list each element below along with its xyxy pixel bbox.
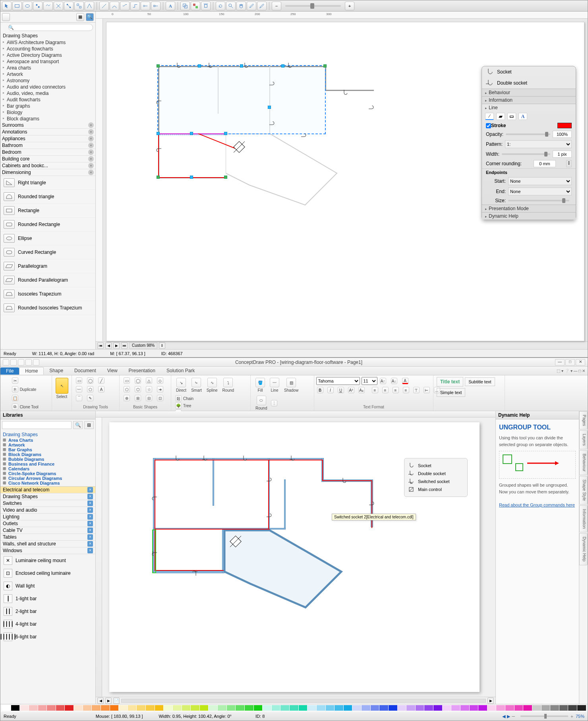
copy-button[interactable]: 📋 [11, 394, 21, 402]
color-swatch[interactable] [128, 705, 137, 711]
draw-ellipse[interactable]: ◯ [86, 377, 96, 384]
zoom-slider-bot[interactable] [520, 715, 568, 717]
bs-12[interactable]: ⊡ [156, 394, 166, 402]
color-swatch[interactable] [74, 705, 83, 711]
color-swatch[interactable] [92, 705, 101, 711]
lib-row[interactable]: Electrical and telecom× [0, 487, 95, 493]
qat-1[interactable] [3, 359, 9, 365]
color-swatch[interactable] [398, 705, 406, 711]
conn-tool-3[interactable] [141, 2, 150, 10]
prop-dynhelp[interactable]: Dynamic Help [482, 212, 576, 220]
tree-item[interactable]: Business and Finance [3, 462, 93, 466]
color-swatch[interactable] [164, 705, 172, 711]
color-swatch[interactable] [2, 705, 11, 711]
tool-7[interactable] [64, 2, 74, 10]
conn-chain[interactable]: ⛓Chain [174, 395, 194, 402]
tree-item[interactable]: AWS Architecture Diagrams [3, 39, 93, 46]
shape-row[interactable]: Rounded Rectangle [0, 218, 95, 232]
tree-item[interactable]: Area charts [3, 65, 93, 71]
tool-8[interactable] [74, 2, 84, 10]
color-swatch[interactable] [290, 705, 298, 711]
color-swatch[interactable] [280, 705, 289, 711]
tab-fill[interactable]: ▰ [496, 113, 505, 120]
tree-item[interactable]: Bubble Diagrams [3, 457, 93, 462]
color-swatch[interactable] [83, 705, 92, 711]
lib-expand-button[interactable]: ⊞ [84, 421, 94, 429]
curve-tool[interactable] [110, 2, 119, 10]
pencil-tool[interactable] [257, 2, 267, 10]
color-swatch[interactable] [532, 705, 541, 711]
lib-row[interactable]: Walls, shell and structure× [0, 541, 95, 547]
color-swatch[interactable] [218, 705, 226, 711]
align-center[interactable]: ≡ [381, 387, 391, 394]
tree-item[interactable]: Accounting flowcharts [3, 46, 93, 52]
lib-row[interactable]: Dimensioning× [0, 169, 95, 176]
tree-item[interactable]: Audio, video, media [3, 90, 93, 97]
draw-line[interactable]: ╱ [97, 377, 107, 384]
zoom-out[interactable]: − [272, 2, 281, 10]
color-swatch[interactable] [443, 705, 451, 711]
tree-item[interactable]: Calendars [3, 466, 93, 471]
tree-item[interactable]: Bar Graphs [3, 447, 93, 452]
tool-9[interactable] [85, 2, 94, 10]
color-swatch[interactable] [299, 705, 308, 711]
size-select[interactable]: 11 [362, 377, 377, 385]
bs-11[interactable]: ⊟ [145, 394, 155, 402]
color-swatch[interactable] [110, 705, 119, 711]
tool-6[interactable] [54, 2, 63, 10]
refresh-tool[interactable] [216, 2, 225, 10]
bs-3[interactable]: △ [145, 377, 155, 384]
select-button[interactable]: ↖Select [54, 377, 70, 400]
lib-row[interactable]: Video and audio× [0, 507, 95, 514]
prop-behaviour[interactable]: Behaviour [482, 89, 576, 96]
title-text[interactable]: Title text [437, 377, 463, 387]
draw-curve[interactable]: 〰 [75, 386, 85, 393]
lib-row[interactable]: Lighting× [0, 514, 95, 520]
shape-row[interactable]: Curved Rectangle [0, 245, 95, 259]
tool-4[interactable] [33, 2, 43, 10]
color-swatch[interactable] [478, 705, 487, 711]
font-grow[interactable]: A↑ [379, 377, 389, 385]
color-swatch[interactable] [137, 705, 145, 711]
shape-row[interactable]: Rounded triangle [0, 190, 95, 204]
shape-row[interactable]: Ellipse [0, 232, 95, 245]
font-select[interactable]: Tahoma [316, 377, 360, 385]
draw-rect[interactable]: ▭ [75, 377, 85, 384]
lib-row[interactable]: Building core× [0, 156, 95, 162]
maximize-button[interactable]: □ [565, 359, 575, 365]
color-swatch[interactable] [550, 705, 559, 711]
shape-row[interactable]: ┃┃2-light bar [0, 605, 95, 618]
canvas-top[interactable]: Socket Double socket Behaviour Informati… [106, 22, 584, 341]
color-swatch[interactable] [379, 705, 388, 711]
color-swatch[interactable] [119, 705, 128, 711]
qat-3[interactable] [18, 359, 24, 365]
shape-row[interactable]: Isosceles Trapezium [0, 287, 95, 301]
underline[interactable]: U [337, 387, 346, 394]
round-button[interactable]: ⬭Round [254, 395, 269, 411]
valign-mid[interactable]: ⊢ [423, 387, 432, 394]
color-swatch[interactable] [272, 705, 280, 711]
size-slider[interactable] [508, 200, 569, 201]
lib-row[interactable]: Annotations× [0, 129, 95, 135]
side-grid-icon[interactable]: ▦ [76, 13, 84, 21]
color-swatch[interactable] [352, 705, 361, 711]
bs-2[interactable]: ◯ [134, 377, 143, 384]
page-next[interactable]: ▶ [113, 342, 120, 349]
shape-row[interactable]: Parallelogram [0, 259, 95, 273]
qat-2[interactable] [10, 359, 17, 365]
side-tab[interactable]: Information [579, 505, 588, 532]
shape-row[interactable]: Rounded Isosceles Trapezium [0, 301, 95, 315]
draw-free[interactable]: ✎ [86, 394, 96, 402]
opacity-val[interactable]: 100% [553, 131, 572, 138]
shadow-button[interactable]: ▨Shadow [282, 377, 300, 393]
minimize-button[interactable]: — [555, 359, 565, 365]
shape-row[interactable]: ⊡Enclosed ceiling luminaire [0, 567, 95, 580]
color-swatch[interactable] [514, 705, 523, 711]
shape-row[interactable]: Right triangle [0, 176, 95, 190]
lib-row[interactable]: Drawing Shapes× [0, 493, 95, 500]
conn-tree[interactable]: 🌳Tree [174, 402, 194, 409]
ellipse-tool[interactable] [23, 2, 32, 10]
tree-item[interactable]: Block Diagrams [3, 452, 93, 457]
conn-direct[interactable]: ↘Direct [174, 377, 188, 393]
sub[interactable]: A₂ [358, 387, 367, 394]
